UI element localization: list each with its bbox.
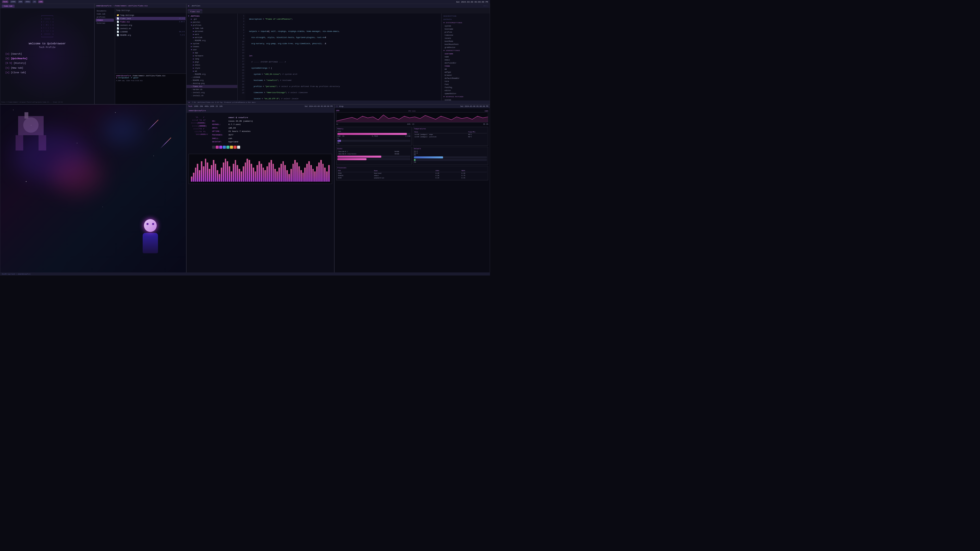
rp-dotfilesdir[interactable]: dotfilesDir: [442, 62, 490, 65]
fm-main: Temp-Settings 📁 Temp-Settings 📄 flake.lo…: [115, 8, 186, 104]
qb-menu-newtab[interactable]: [t] [New tab]: [5, 66, 89, 70]
fm-item-tempset[interactable]: 📁 Temp-Settings: [116, 14, 186, 17]
viz-bar: [241, 171, 242, 182]
rp-spawneditor[interactable]: spawnEditor: [442, 92, 490, 95]
ft-work[interactable]: ▶ work: [186, 33, 237, 36]
qb-menu-closetab[interactable]: [x] [Close tab]: [5, 70, 89, 75]
ft-worklab[interactable]: ▶ worklab: [186, 36, 237, 39]
fm-sidebar-profiles[interactable]: profiles: [96, 16, 114, 19]
ft-dotfiles[interactable]: ▼ .dotfiles: [186, 14, 237, 17]
swatch-5: [230, 146, 233, 149]
ft-hardware[interactable]: ▶ hardware: [186, 54, 237, 57]
ft-patches[interactable]: ▶ patches: [186, 21, 237, 24]
editor-tab-flakenix[interactable]: flake.nix: [188, 10, 202, 14]
viz-bar: [251, 164, 252, 182]
fm-sidebar-documents[interactable]: Documents: [96, 10, 114, 13]
rp-editor[interactable]: editor: [442, 89, 490, 92]
fm-item-flakenix[interactable]: 📄 flake.nix 2.26 K: [116, 20, 186, 24]
ft-hardensh[interactable]: - harden.sh: [186, 88, 237, 91]
viz-bar: [324, 168, 326, 182]
ft-lang[interactable]: ▶ lang: [186, 57, 237, 60]
viz-bar: [261, 164, 262, 182]
rp-hostname[interactable]: hostname: [442, 27, 490, 30]
right-panel: description outputs ▼ systemSettings sys…: [441, 14, 490, 104]
ft-user[interactable]: ▼ user: [186, 48, 237, 51]
qb-menu-search[interactable]: [o] [Search]: [5, 52, 89, 56]
rp-fontpkg[interactable]: fontPkg: [442, 86, 490, 89]
viz-bar: [280, 164, 282, 182]
ft-git[interactable]: ▶ .git: [186, 17, 237, 21]
rp-grubdevice[interactable]: grubDevice: [442, 46, 490, 49]
temp-row-1: card0 (amdgpu): edge 49°C: [414, 133, 487, 136]
ft-installorg[interactable]: - install.org: [186, 91, 237, 94]
net-up-bar: [414, 159, 487, 161]
fm-sidebar-homelab[interactable]: home.lab: [96, 13, 114, 16]
rp-wm[interactable]: wm: [442, 68, 490, 71]
neo-color-swatches: [212, 146, 331, 149]
qb-tab-active[interactable]: home.lab: [2, 5, 14, 8]
file-icon: 📄: [117, 30, 119, 33]
ft-style[interactable]: ▶ style: [186, 67, 237, 70]
code-area: 1234567891011121314151617181920212223242…: [238, 14, 441, 104]
rp-locale[interactable]: locale: [442, 37, 490, 40]
rp-font[interactable]: font: [442, 83, 490, 86]
fm-item-license[interactable]: 📄 LICENSE 34.2 K: [116, 30, 186, 33]
viz-bar: [248, 160, 250, 182]
fm-sidebar-external[interactable]: External: [96, 22, 114, 25]
rp-timezone[interactable]: timezone: [442, 34, 490, 37]
star-6: [26, 181, 27, 182]
char-head: [144, 219, 157, 232]
qb-menu-history[interactable]: [S h] [History]: [5, 61, 89, 65]
rp-theme[interactable]: theme: [442, 65, 490, 68]
ft-wm[interactable]: ▶ wm: [186, 70, 237, 73]
viz-bar: [239, 169, 240, 182]
ft-profiles[interactable]: ▼ profiles: [186, 24, 237, 27]
char-body: [143, 233, 158, 253]
viz-bar: [205, 159, 207, 182]
rp-profile[interactable]: profile: [442, 30, 490, 34]
shooting-star-2: [160, 138, 171, 149]
editor-statusbar: ● 7.5k .dotfiles/flake.nix 3:10 Top: Pro…: [186, 100, 490, 104]
rp-name[interactable]: name: [442, 56, 490, 59]
editor-titlebar: ▣ .dotfiles □ × −: [186, 4, 490, 8]
rp-system[interactable]: system: [442, 24, 490, 27]
rp-bootmountpath[interactable]: bootMountPath: [442, 43, 490, 46]
swatch-3: [223, 146, 226, 149]
swatch-4: [226, 146, 229, 149]
rp-term[interactable]: term: [442, 80, 490, 83]
ft-personal[interactable]: ▶ personal: [186, 30, 237, 33]
ft-readme-profiles[interactable]: - README.org: [186, 39, 237, 42]
viz-bar: [199, 170, 200, 182]
visualizer: [189, 154, 332, 184]
ft-system[interactable]: ▶ system: [186, 42, 237, 45]
ft-pkgs[interactable]: ▶ pkgs: [186, 60, 237, 64]
rp-email[interactable]: email: [442, 59, 490, 62]
qb-menu-quickmarks[interactable]: [b] [Quickmarks]: [5, 56, 89, 61]
star-5: [153, 156, 154, 156]
ft-app[interactable]: ▶ app: [186, 51, 237, 54]
ft-shell[interactable]: ▶ shell: [186, 64, 237, 67]
file-icon-active: 📄: [117, 21, 119, 23]
fm-file-list: 📁 Temp-Settings 📄 flake.lock 27.5 K 📄 fl…: [115, 13, 186, 73]
ft-installsh[interactable]: - install.sh: [186, 94, 237, 97]
temp-row-2: card0 (amdgpu): junction 58°C: [414, 136, 487, 138]
ft-themes[interactable]: ▶ themes: [186, 45, 237, 48]
fm-item-flakelock[interactable]: 📄 flake.lock 27.5 K: [116, 17, 186, 20]
fm-item-installorg[interactable]: 📄 install.org: [116, 24, 186, 27]
ft-readme[interactable]: - README.org: [186, 79, 237, 82]
viz-bar: [237, 165, 238, 182]
ft-readme-user[interactable]: - README.org: [186, 73, 237, 76]
ft-license[interactable]: - LICENSE: [186, 76, 237, 79]
ft-desktop[interactable]: - desktop.png: [186, 82, 237, 85]
fm-item-readme[interactable]: 📄 README.org 7.2 K: [116, 33, 186, 37]
fm-sidebar-themes[interactable]: themes: [96, 19, 114, 22]
ft-flakenix[interactable]: - flake.nix: [186, 85, 237, 88]
rp-browser[interactable]: browser: [442, 74, 490, 77]
rp-defaultroamdir[interactable]: defaultRoamDir: [442, 77, 490, 80]
rp-username[interactable]: username: [442, 52, 490, 56]
ft-homelab[interactable]: ▶ home.lab: [186, 27, 237, 30]
fm-item-installsh[interactable]: 📄 install.sh: [116, 27, 186, 30]
rp-bootmode[interactable]: bootMode: [442, 40, 490, 43]
sysmon-grid: Memory 100% RAM: 95 5.761G 2.01B 0% 0%: [336, 127, 488, 165]
rp-wmtype[interactable]: wmType: [442, 71, 490, 74]
